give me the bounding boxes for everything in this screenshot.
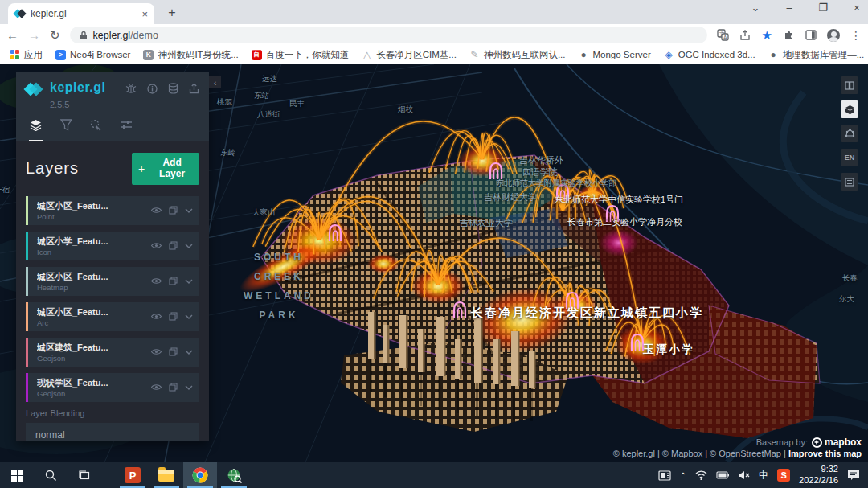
bookmark-label: OGC Indexed 3d...: [678, 50, 755, 59]
legend-button[interactable]: [841, 173, 858, 191]
close-button[interactable]: ×: [850, 2, 863, 14]
bookmark-star-icon[interactable]: ★: [762, 28, 772, 43]
layer-type: Heatmap: [37, 283, 151, 292]
tab-title: kepler.gl: [31, 8, 137, 19]
taskbar-app-chrome[interactable]: [183, 462, 217, 488]
blending-label: Layer Blending: [26, 408, 199, 418]
bookmark-item[interactable]: K 神州数码IT身份统...: [143, 49, 238, 61]
tab-interactions[interactable]: [90, 119, 102, 141]
minimize-button[interactable]: –: [783, 2, 796, 14]
visibility-eye-icon[interactable]: [151, 348, 162, 355]
chevron-down-icon[interactable]: [185, 385, 193, 390]
bug-icon[interactable]: [125, 84, 137, 94]
profile-avatar[interactable]: [827, 29, 840, 42]
split-map-button[interactable]: [841, 76, 858, 94]
browser-tab[interactable]: kepler.gl ×: [8, 3, 154, 24]
info-icon[interactable]: [147, 84, 158, 94]
taskbar-app-gis[interactable]: [217, 462, 251, 488]
layer-type: Geojson: [37, 389, 151, 398]
layer-row[interactable]: 现状学区_Featu...Geojson: [26, 373, 199, 402]
plus-icon: +: [138, 162, 145, 175]
tray-expand-chevron-icon[interactable]: ⌃: [680, 471, 686, 480]
bookmark-label: 应用: [24, 49, 43, 61]
speaker-muted-icon[interactable]: [738, 470, 750, 480]
bookmark-item[interactable]: 应用: [10, 49, 43, 61]
reload-button[interactable]: ↻: [50, 29, 60, 41]
duplicate-icon[interactable]: [169, 312, 178, 321]
duplicate-icon[interactable]: [169, 277, 178, 285]
export-icon[interactable]: [189, 83, 199, 94]
bookmark-label: 地理数据库管理—...: [783, 49, 865, 61]
start-button[interactable]: [0, 462, 34, 488]
sogou-icon[interactable]: S: [777, 469, 790, 482]
chevron-down-icon[interactable]: [185, 314, 193, 319]
chevron-down-icon[interactable]: ⌄: [749, 2, 762, 14]
menu-dots-icon[interactable]: ⋮: [850, 29, 862, 42]
taskbar-app-explorer[interactable]: [149, 462, 183, 488]
new-tab-button[interactable]: +: [164, 6, 180, 20]
apps-grid-icon: [10, 50, 20, 60]
wifi-icon[interactable]: [695, 470, 707, 480]
locale-button[interactable]: EN: [841, 149, 858, 166]
clock[interactable]: 9:32 2022/2/16: [799, 464, 838, 486]
visibility-eye-icon[interactable]: [151, 313, 162, 320]
visibility-eye-icon[interactable]: [151, 277, 162, 285]
battery-icon[interactable]: [716, 471, 729, 479]
news-widget-icon[interactable]: [658, 470, 671, 481]
layer-row[interactable]: 城区小区_Featu...Point: [26, 196, 199, 225]
task-view-button[interactable]: [68, 462, 101, 488]
address-bar[interactable]: kepler.gl/demo: [70, 27, 707, 43]
duplicate-icon[interactable]: [169, 241, 178, 250]
taskbar-app-powerpoint[interactable]: P: [116, 462, 149, 488]
pen-icon: ✎: [469, 50, 480, 60]
blending-select[interactable]: normal: [26, 423, 199, 441]
chrome-icon: [192, 467, 208, 483]
draw-polygon-button[interactable]: [841, 125, 858, 142]
chevron-down-icon[interactable]: [185, 244, 193, 248]
share-icon[interactable]: [739, 30, 751, 41]
bookmark-item[interactable]: ◈ OGC Indexed 3d...: [664, 50, 755, 60]
bookmark-item[interactable]: > Neo4j Browser: [55, 50, 130, 60]
layer-row[interactable]: 城区小学_Featu...Icon: [26, 232, 199, 260]
bookmark-item[interactable]: ● 地理数据库管理—...: [768, 49, 865, 61]
mapbox-logo[interactable]: mapbox: [812, 437, 862, 448]
layer-row[interactable]: 城区小区_Featu...Heatmap: [26, 267, 199, 296]
bookmark-label: Neo4j Browser: [70, 50, 130, 59]
collapse-panel-button[interactable]: ‹: [209, 76, 221, 88]
duplicate-icon[interactable]: [169, 383, 178, 392]
forward-button[interactable]: →: [28, 29, 40, 41]
layer-name: 城区小区_Featu...: [37, 306, 151, 318]
attribution-credits[interactable]: © kepler.gl | © Mapbox | © OpenStreetMap…: [613, 449, 786, 458]
visibility-eye-icon[interactable]: [151, 207, 162, 214]
translate-icon[interactable]: 文 A: [717, 29, 729, 41]
ime-indicator[interactable]: 中: [759, 469, 768, 482]
layer-row[interactable]: 城区小区_Featu...Arc: [26, 302, 199, 331]
extensions-puzzle-icon[interactable]: [783, 29, 795, 41]
notification-center-icon[interactable]: [847, 470, 860, 481]
bookmark-item[interactable]: ● Mongo Server: [579, 50, 651, 60]
restore-button[interactable]: ❐: [817, 2, 829, 14]
toggle-3d-button[interactable]: [841, 100, 858, 118]
duplicate-icon[interactable]: [169, 347, 178, 356]
bookmark-item[interactable]: ✎ 神州数码互联网认...: [469, 49, 566, 61]
tab-basemap[interactable]: [120, 119, 133, 141]
taskbar-search-button[interactable]: [34, 462, 68, 488]
chevron-down-icon[interactable]: [185, 279, 193, 284]
visibility-eye-icon[interactable]: [151, 383, 162, 391]
duplicate-icon[interactable]: [169, 206, 178, 215]
side-panel-icon[interactable]: [805, 30, 817, 40]
database-icon[interactable]: [168, 83, 178, 94]
visibility-eye-icon[interactable]: [151, 242, 162, 249]
back-button[interactable]: ←: [6, 29, 18, 41]
bookmark-item[interactable]: 百 百度一下，你就知道: [252, 49, 350, 61]
tab-layers[interactable]: [29, 119, 43, 141]
improve-map-link[interactable]: Improve this map: [788, 449, 862, 458]
bookmark-item[interactable]: △ 长春净月区CIM基...: [362, 49, 457, 61]
layer-row[interactable]: 城区建筑_Featu...Geojson: [26, 338, 199, 367]
chevron-down-icon[interactable]: [185, 350, 193, 355]
tab-close-icon[interactable]: ×: [141, 8, 148, 20]
add-layer-button[interactable]: + Add Layer: [132, 153, 199, 185]
tab-filters[interactable]: [60, 119, 72, 141]
layer-name: 城区小学_Featu...: [37, 236, 151, 248]
chevron-down-icon[interactable]: [185, 208, 193, 213]
